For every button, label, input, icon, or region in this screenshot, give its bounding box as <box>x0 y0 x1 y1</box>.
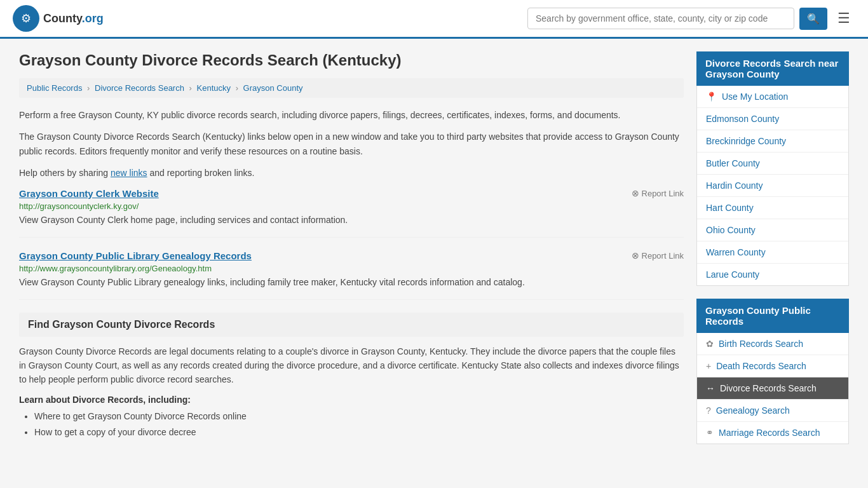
report-link-btn-1[interactable]: ⊗ Report Link <box>632 250 684 261</box>
breadcrumb: Public Records › Divorce Records Search … <box>19 78 684 98</box>
link-title-0[interactable]: Grayson County Clerk Website <box>19 188 159 199</box>
bullet-list: Where to get Grayson County Divorce Reco… <box>34 410 684 439</box>
nearby-link-6[interactable]: Ohio County <box>706 225 756 235</box>
nearby-list: 📍Use My LocationEdmonson CountyBreckinri… <box>696 86 849 286</box>
nearby-item-1[interactable]: Edmonson County <box>697 108 848 130</box>
link-card-1: Grayson County Public Library Genealogy … <box>19 250 684 300</box>
find-section-para: Grayson County Divorce Records are legal… <box>19 344 684 387</box>
nearby-link-0[interactable]: Use My Location <box>722 92 788 102</box>
pr-item-0[interactable]: ✿Birth Records Search <box>697 333 848 355</box>
main-container: Grayson County Divorce Records Search (K… <box>0 39 868 470</box>
nearby-title: Divorce Records Search near Grayson Coun… <box>696 51 849 86</box>
pr-item-1[interactable]: +Death Records Search <box>697 355 848 377</box>
content: Grayson County Divorce Records Search (K… <box>19 51 684 457</box>
pr-icon-2: ↔ <box>706 383 715 393</box>
bullet-item-0: Where to get Grayson County Divorce Reco… <box>34 410 684 423</box>
nearby-item-2[interactable]: Breckinridge County <box>697 130 848 152</box>
nearby-item-3[interactable]: Butler County <box>697 152 848 175</box>
pr-item-4[interactable]: ⚭Marriage Records Search <box>697 422 848 444</box>
logo[interactable]: ⚙ County.org <box>13 5 104 32</box>
pr-icon-3: ? <box>706 405 711 416</box>
nearby-item-0[interactable]: 📍Use My Location <box>697 86 848 108</box>
menu-button[interactable]: ☰ <box>832 8 855 29</box>
breadcrumb-public-records[interactable]: Public Records <box>27 83 82 93</box>
pr-item-2[interactable]: ↔Divorce Records Search <box>697 377 848 400</box>
search-input[interactable] <box>527 8 794 29</box>
logo-text: County.org <box>43 12 104 25</box>
pr-link-3[interactable]: Genealogy Search <box>716 405 790 416</box>
learn-heading: Learn about Divorce Records, including: <box>19 395 684 405</box>
search-area: 🔍 ☰ <box>527 8 855 30</box>
sidebar: Divorce Records Search near Grayson Coun… <box>696 51 849 457</box>
breadcrumb-kentucky[interactable]: Kentucky <box>197 83 231 93</box>
pr-link-0[interactable]: Birth Records Search <box>719 339 803 349</box>
breadcrumb-grayson-county[interactable]: Grayson County <box>243 83 303 93</box>
pr-icon-0: ✿ <box>706 339 714 349</box>
nearby-item-6[interactable]: Ohio County <box>697 219 848 241</box>
report-icon-1: ⊗ <box>632 250 639 261</box>
nearby-item-5[interactable]: Hart County <box>697 197 848 219</box>
link-title-1[interactable]: Grayson County Public Library Genealogy … <box>19 250 252 261</box>
nearby-item-7[interactable]: Warren County <box>697 241 848 264</box>
nearby-item-4[interactable]: Hardin County <box>697 175 848 197</box>
pr-icon-4: ⚭ <box>706 428 714 438</box>
search-button[interactable]: 🔍 <box>799 8 827 30</box>
description-3: Help others by sharing new links and rep… <box>19 166 684 180</box>
nearby-link-2[interactable]: Breckinridge County <box>706 136 786 146</box>
link-url-1: http://www.graysoncountylibrary.org/Gene… <box>19 264 684 273</box>
pin-icon: 📍 <box>706 92 717 102</box>
link-desc-1: View Grayson County Public Library genea… <box>19 276 684 289</box>
page-title: Grayson County Divorce Records Search (K… <box>19 51 684 69</box>
nearby-link-3[interactable]: Butler County <box>706 158 760 168</box>
public-records-title: Grayson County Public Records <box>696 299 849 333</box>
bullet-item-1: How to get a copy of your divorce decree <box>34 426 684 439</box>
nearby-link-1[interactable]: Edmonson County <box>706 114 779 124</box>
pr-link-1[interactable]: Death Records Search <box>716 361 806 371</box>
nearby-link-8[interactable]: Larue County <box>706 269 759 280</box>
header: ⚙ County.org 🔍 ☰ <box>0 0 868 39</box>
pr-link-2[interactable]: Divorce Records Search <box>720 383 817 393</box>
nearby-item-8[interactable]: Larue County <box>697 264 848 285</box>
pr-link-4[interactable]: Marriage Records Search <box>719 428 820 438</box>
link-url-0: http://graysoncountyclerk.ky.gov/ <box>19 201 684 211</box>
description-2: The Grayson County Divorce Records Searc… <box>19 130 684 158</box>
nearby-link-7[interactable]: Warren County <box>706 247 766 257</box>
pr-icon-1: + <box>706 361 711 371</box>
new-links-link[interactable]: new links <box>111 168 147 178</box>
link-card-0: Grayson County Clerk Website ⊗ Report Li… <box>19 188 684 238</box>
logo-icon: ⚙ <box>13 5 39 32</box>
breadcrumb-divorce-records[interactable]: Divorce Records Search <box>95 83 184 93</box>
find-section-title: Find Grayson County Divorce Records <box>19 313 684 337</box>
nearby-link-4[interactable]: Hardin County <box>706 180 763 191</box>
report-link-btn-0[interactable]: ⊗ Report Link <box>632 188 684 198</box>
link-desc-0: View Grayson County Clerk home page, inc… <box>19 214 684 227</box>
description-1: Perform a free Grayson County, KY public… <box>19 108 684 122</box>
public-records-list: ✿Birth Records Search+Death Records Sear… <box>696 333 849 444</box>
link-cards: Grayson County Clerk Website ⊗ Report Li… <box>19 188 684 300</box>
menu-icon: ☰ <box>837 10 850 26</box>
search-icon: 🔍 <box>807 13 820 24</box>
report-icon-0: ⊗ <box>632 188 639 198</box>
nearby-link-5[interactable]: Hart County <box>706 203 754 213</box>
pr-item-3[interactable]: ?Genealogy Search <box>697 400 848 422</box>
